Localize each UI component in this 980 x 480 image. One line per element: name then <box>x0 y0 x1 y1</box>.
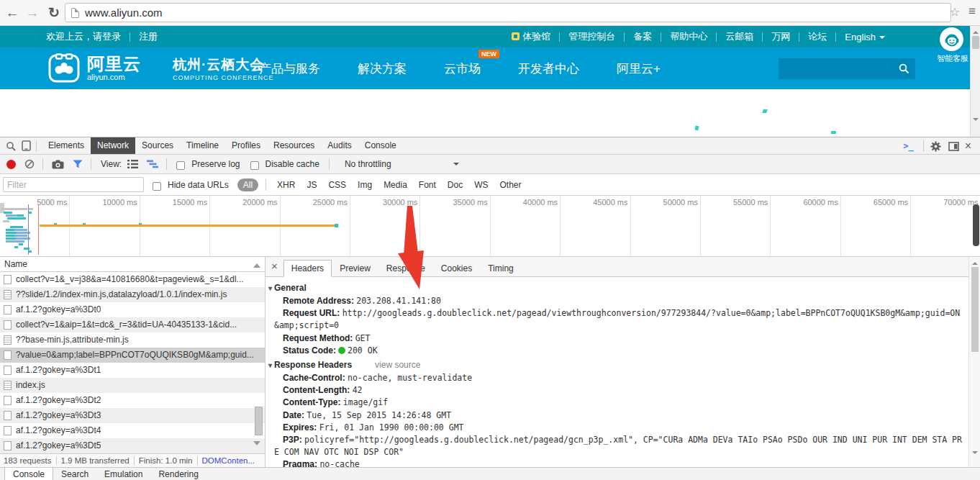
view-source-link[interactable]: view source <box>375 360 420 370</box>
record-network-log-button[interactable] <box>6 160 16 169</box>
nav-item-aliyun-plus[interactable]: 阿里云+ <box>617 60 661 77</box>
topbar-link-forum[interactable]: 论坛 <box>808 30 827 43</box>
filter-type-other[interactable]: Other <box>500 180 522 190</box>
browser-menu-icon[interactable] <box>968 4 976 19</box>
name-column-header[interactable]: Name <box>0 257 265 272</box>
bookmark-star-icon[interactable] <box>950 5 960 19</box>
inspect-element-button[interactable] <box>6 141 16 151</box>
topbar-link-help[interactable]: 帮助中心 <box>670 30 707 43</box>
close-devtools-icon[interactable] <box>959 140 977 153</box>
filter-type-media[interactable]: Media <box>384 180 407 190</box>
site-search-box[interactable] <box>779 58 915 79</box>
preserve-log-toggle[interactable]: Preserve log <box>176 159 240 169</box>
tab-timing[interactable]: Timing <box>480 261 522 276</box>
drawer-tab-emulation[interactable]: Emulation <box>96 468 150 480</box>
tab-resources[interactable]: Resources <box>267 137 321 154</box>
request-row[interactable]: af.1.2?gokey=a%3Dt3 <box>0 408 265 423</box>
close-details-icon[interactable] <box>268 260 283 273</box>
view-list-button[interactable] <box>127 160 138 168</box>
filter-type-js[interactable]: JS <box>307 180 317 190</box>
tab-headers[interactable]: Headers <box>283 260 332 277</box>
nav-item-solutions[interactable]: 解决方案 <box>358 60 407 77</box>
tab-preview[interactable]: Preview <box>332 261 378 276</box>
topbar-link-console[interactable]: 管理控制台 <box>568 30 615 43</box>
general-section-title[interactable]: General <box>268 281 964 295</box>
register-link[interactable]: 注册 <box>139 30 158 43</box>
language-selector[interactable]: English <box>845 32 885 42</box>
nav-item-products[interactable]: 产品与服务 <box>259 60 320 77</box>
login-link[interactable]: 欢迎上云，请登录 <box>46 30 121 43</box>
request-row[interactable]: collect?v=1&aip=1&t=dc&_r=3&tid=UA-40435… <box>0 317 265 332</box>
overview-scrollbar-thumb[interactable] <box>973 204 979 246</box>
tab-network[interactable]: Network <box>91 137 135 154</box>
nav-item-marketplace[interactable]: 云市场NEW <box>444 60 481 77</box>
back-icon[interactable] <box>3 4 22 22</box>
drawer-tab-search[interactable]: Search <box>53 468 96 480</box>
filter-type-font[interactable]: Font <box>419 180 436 190</box>
request-row[interactable]: af.1.2?gokey=a%3Dt0 <box>0 302 265 317</box>
reload-icon[interactable] <box>45 4 63 22</box>
tab-cookies[interactable]: Cookies <box>433 261 480 276</box>
tab-audits[interactable]: Audits <box>321 137 358 154</box>
checkbox-icon[interactable] <box>250 161 259 170</box>
disable-cache-toggle[interactable]: Disable cache <box>250 159 319 169</box>
scroll-down-icon[interactable] <box>972 451 978 457</box>
forward-icon[interactable] <box>23 4 42 22</box>
scroll-down-icon[interactable] <box>973 118 979 124</box>
filter-type-img[interactable]: Img <box>358 180 372 190</box>
tab-response[interactable]: Response <box>378 261 433 276</box>
request-row[interactable]: ??slide/1.2/index-min.js,datalazyload/1.… <box>0 287 265 302</box>
scroll-down-icon[interactable] <box>253 441 260 449</box>
screenshot-capture-button[interactable] <box>52 160 64 169</box>
drawer-tab-console[interactable]: Console <box>4 468 53 480</box>
filter-toggle-button[interactable] <box>73 160 83 168</box>
tab-console[interactable]: Console <box>358 137 403 154</box>
scroll-up-icon[interactable] <box>972 259 978 265</box>
topbar-link-wanwang[interactable]: 万网 <box>771 30 790 43</box>
hide-data-urls-toggle[interactable]: Hide data URLs <box>153 180 229 190</box>
scroll-up-icon[interactable] <box>253 260 260 268</box>
filter-type-css[interactable]: CSS <box>328 180 346 190</box>
request-row[interactable]: af.1.2?gokey=a%3Dt2 <box>0 393 265 408</box>
request-row[interactable]: af.1.2?gokey=a%3Dt4 <box>0 423 265 438</box>
url-text[interactable]: www.aliyun.com <box>85 6 163 19</box>
aliyun-logo[interactable]: 阿里云 aliyun.com <box>47 52 141 85</box>
filter-type-doc[interactable]: Doc <box>448 180 463 190</box>
request-row[interactable]: af.1.2?gokey=a%3Dt5 <box>0 438 265 453</box>
topbar-link-mail[interactable]: 云邮箱 <box>725 30 753 43</box>
tab-elements[interactable]: Elements <box>42 137 91 154</box>
drawer-tab-rendering[interactable]: Rendering <box>150 468 206 480</box>
checkbox-icon[interactable] <box>176 161 185 170</box>
device-mode-button[interactable] <box>22 140 31 151</box>
filter-input[interactable] <box>3 177 144 192</box>
tab-profiles[interactable]: Profiles <box>225 137 267 154</box>
topbar-link-beian[interactable]: 备案 <box>633 30 652 43</box>
checkbox-icon[interactable] <box>153 182 161 191</box>
customer-service-avatar[interactable] <box>940 27 963 51</box>
network-overview-timeline[interactable]: 5000 ms 10000 ms 15000 ms 20000 ms 25000… <box>0 196 980 257</box>
request-row-selected[interactable]: ?value=0&amp;label=BPPnCOT7oQUQIKSB0gM&a… <box>0 348 265 363</box>
response-headers-section-title[interactable]: Response Headersview source <box>268 358 964 372</box>
request-row[interactable]: ??base-min.js,attribute-min.js <box>0 332 265 348</box>
request-row[interactable]: index.js <box>0 378 265 393</box>
scrollbar-thumb[interactable] <box>255 407 263 435</box>
request-row[interactable]: af.1.2?gokey=a%3Dt1 <box>0 363 265 378</box>
clear-button[interactable] <box>24 159 35 169</box>
filter-type-ws[interactable]: WS <box>474 180 488 190</box>
request-row[interactable]: collect?v=1&_v=j38&a=410816680&t=pagevie… <box>0 272 265 287</box>
throttling-dropdown[interactable]: No throttling <box>345 159 459 169</box>
details-scrollbar[interactable] <box>968 257 980 467</box>
tab-timeline[interactable]: Timeline <box>180 137 225 154</box>
tab-sources[interactable]: Sources <box>135 137 180 154</box>
address-bar[interactable]: www.aliyun.com <box>65 3 951 22</box>
toggle-console-drawer-button[interactable] <box>899 141 917 151</box>
dock-side-button[interactable] <box>948 142 959 151</box>
page-scrollbar[interactable] <box>970 26 980 137</box>
scrollbar-thumb[interactable] <box>971 267 979 352</box>
filter-type-xhr[interactable]: XHR <box>277 180 295 190</box>
scrollbar-thumb[interactable] <box>972 36 979 49</box>
nav-item-developer[interactable]: 开发者中心 <box>518 60 579 77</box>
scroll-up-icon[interactable] <box>973 28 979 34</box>
topbar-link-experience[interactable]: 体验馆 <box>512 30 550 43</box>
settings-button[interactable] <box>930 141 941 152</box>
